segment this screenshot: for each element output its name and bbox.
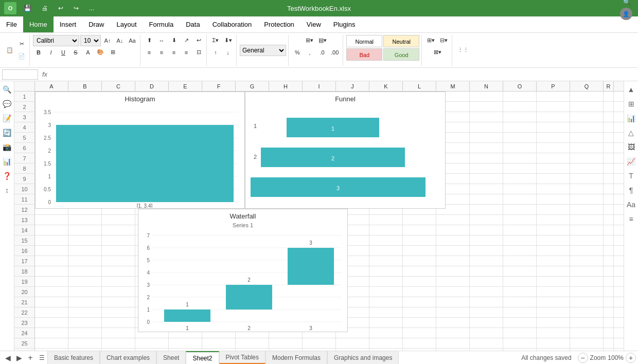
name-box[interactable]: [2, 69, 38, 80]
cell-r13-c14[interactable]: [470, 215, 503, 225]
cell-r25-c2[interactable]: [68, 338, 102, 348]
cell-r25-c4[interactable]: [135, 338, 169, 348]
save-button[interactable]: 💾: [21, 3, 34, 14]
cell-r18-c14[interactable]: [470, 266, 503, 276]
cell-r22-c1[interactable]: [35, 307, 68, 317]
number-format-select[interactable]: General: [240, 45, 286, 56]
cell-r17-c12[interactable]: [403, 256, 436, 266]
cell-r20-c14[interactable]: [470, 287, 503, 297]
col-header-j[interactable]: J: [336, 81, 369, 91]
font-size-select[interactable]: 10: [80, 35, 101, 46]
col-header-o[interactable]: O: [503, 81, 537, 91]
cell-r5-c14[interactable]: [470, 133, 503, 142]
dec-dec-button[interactable]: .00: [329, 47, 341, 58]
cell-r4-c18[interactable]: [604, 122, 614, 132]
col-header-f[interactable]: F: [202, 81, 236, 91]
font-grow-button[interactable]: A↑: [102, 35, 113, 46]
cell-r23-c16[interactable]: [537, 318, 570, 327]
cell-r15-c2[interactable]: [68, 235, 102, 245]
menu-insert[interactable]: Insert: [54, 16, 83, 32]
cell-r6-c18[interactable]: [604, 143, 614, 153]
cell-r5-c16[interactable]: [537, 133, 570, 142]
sort-asc-button[interactable]: ↑: [210, 47, 221, 58]
funnel-chart[interactable]: Funnel 1 2 3 1 2: [245, 92, 446, 209]
font-right-icon[interactable]: Aa: [625, 198, 637, 211]
cell-r17-c11[interactable]: [369, 256, 403, 266]
cell-r19-c17[interactable]: [570, 277, 604, 286]
cell-r25-c11[interactable]: [369, 338, 403, 348]
cell-r18-c16[interactable]: [537, 266, 570, 276]
col-header-l[interactable]: L: [403, 81, 436, 91]
cell-r25-c1[interactable]: [35, 338, 68, 348]
strikethrough-button[interactable]: S: [70, 47, 81, 58]
cell-r24-c3[interactable]: [102, 328, 135, 338]
cell-r23-c18[interactable]: [604, 318, 614, 327]
cell-r22-c12[interactable]: [403, 307, 436, 317]
cell-r20-c2[interactable]: [68, 287, 102, 297]
col-header-e[interactable]: E: [169, 81, 202, 91]
cell-r25-c10[interactable]: [336, 338, 369, 348]
cell-r3-c18[interactable]: [604, 112, 614, 122]
menu-collaboration[interactable]: Collaboration: [206, 16, 258, 32]
cell-r17-c15[interactable]: [503, 256, 537, 266]
cell-r7-c16[interactable]: [537, 153, 570, 163]
cell-r14-c17[interactable]: [570, 225, 604, 235]
cell-r7-c17[interactable]: [570, 153, 604, 163]
row-num-11[interactable]: 11: [14, 194, 34, 205]
cell-r21-c18[interactable]: [604, 297, 614, 307]
image-right-icon[interactable]: 🖼: [625, 141, 637, 153]
cell-r19-c18[interactable]: [604, 277, 614, 286]
menu-draw[interactable]: Draw: [82, 16, 110, 32]
cell-r18-c15[interactable]: [503, 266, 537, 276]
undo-button[interactable]: ↩: [55, 3, 66, 14]
menu-layout[interactable]: Layout: [111, 16, 143, 32]
cell-r20-c3[interactable]: [102, 287, 135, 297]
row-num-25[interactable]: 25: [14, 338, 34, 349]
tab-prev-button[interactable]: ◀: [2, 352, 13, 363]
cell-r17-c17[interactable]: [570, 256, 604, 266]
cell-r21-c17[interactable]: [570, 297, 604, 307]
cell-r16-c11[interactable]: [369, 246, 403, 256]
cell-r17-c2[interactable]: [68, 256, 102, 266]
cell-r14-c15[interactable]: [503, 225, 537, 235]
cell-r4-c16[interactable]: [537, 122, 570, 132]
cell-r8-c14[interactable]: [470, 163, 503, 173]
row-num-17[interactable]: 17: [14, 256, 34, 266]
cell-r18-c13[interactable]: [436, 266, 470, 276]
cell-r25-c5[interactable]: [169, 338, 202, 348]
style-bad[interactable]: Bad: [346, 48, 382, 61]
cell-r21-c1[interactable]: [35, 297, 68, 307]
cell-r25-c18[interactable]: [604, 338, 614, 348]
cell-r19-c14[interactable]: [470, 277, 503, 286]
cell-r14-c13[interactable]: [436, 225, 470, 235]
cell-r26-c4[interactable]: [135, 349, 169, 351]
col-header-q[interactable]: Q: [570, 81, 604, 91]
dec-inc-button[interactable]: .0: [316, 47, 328, 58]
row-num-21[interactable]: 21: [14, 297, 34, 307]
cell-r22-c14[interactable]: [470, 307, 503, 317]
cell-r19-c1[interactable]: [35, 277, 68, 286]
image-icon[interactable]: 📸: [1, 141, 13, 153]
cell-r24-c13[interactable]: [436, 328, 470, 338]
cell-r24-c17[interactable]: [570, 328, 604, 338]
menu-formula[interactable]: Formula: [143, 16, 180, 32]
waterfall-chart[interactable]: Waterfall Series 1 7 6 5 4 3 2 1 0: [138, 209, 348, 332]
sheet-list-button[interactable]: ☰: [36, 352, 47, 363]
cell-r19-c2[interactable]: [68, 277, 102, 286]
align-top-button[interactable]: ⬆: [144, 35, 155, 46]
italic-button[interactable]: I: [45, 47, 57, 58]
menu-view[interactable]: View: [300, 16, 327, 32]
cell-r14-c11[interactable]: [369, 225, 403, 235]
format-table-button[interactable]: ⊞▾: [304, 35, 315, 46]
cell-r26-c7[interactable]: [236, 349, 269, 351]
cell-r24-c16[interactable]: [537, 328, 570, 338]
cell-r13-c1[interactable]: [35, 215, 68, 225]
cell-r11-c16[interactable]: [537, 194, 570, 204]
col-header-d[interactable]: D: [135, 81, 169, 91]
cell-r10-c18[interactable]: [604, 184, 614, 194]
cell-r13-c18[interactable]: [604, 215, 614, 225]
row-num-5[interactable]: 5: [14, 133, 34, 143]
cell-r26-c9[interactable]: [303, 349, 336, 351]
cell-r16-c12[interactable]: [403, 246, 436, 256]
cell-r22-c17[interactable]: [570, 307, 604, 317]
